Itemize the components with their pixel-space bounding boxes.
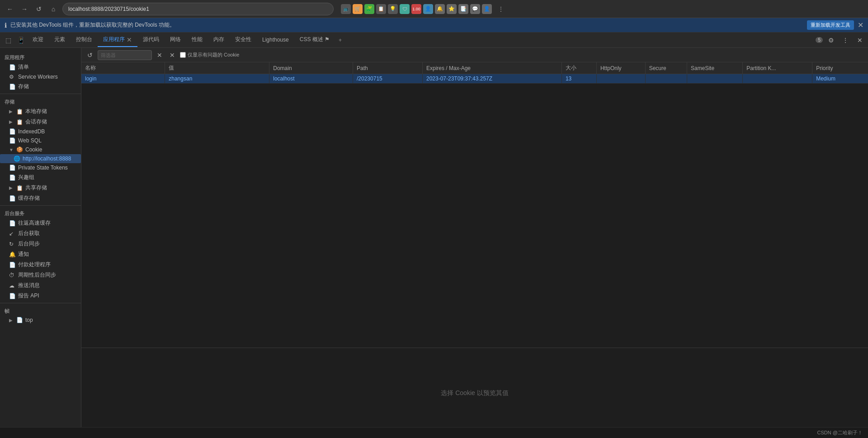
col-header-partition[interactable]: Partition K... (743, 62, 812, 74)
customize-button[interactable]: ⚙ (825, 34, 837, 47)
ext-icon-9[interactable]: 🔔 (435, 4, 445, 14)
service-workers-icon: ⚙ (9, 74, 15, 80)
table-row[interactable]: loginzhangsanlocalhost/202307152023-07-2… (81, 74, 868, 84)
sidebar-item-push-messaging[interactable]: ☁ 推送消息 (0, 280, 81, 291)
sidebar-item-private-tokens[interactable]: 📄 Private State Tokens (0, 163, 81, 172)
sidebar-item-shared-storage[interactable]: ▶ 📋 共享存储 (0, 183, 81, 193)
col-header-secure[interactable]: Secure (645, 62, 687, 74)
tab-application-close[interactable]: ✕ (127, 37, 132, 43)
delete-cookie-button[interactable]: ✕ (167, 50, 177, 60)
sidebar-item-websql[interactable]: 📄 Web SQL (0, 136, 81, 145)
settings-button[interactable]: ⋮ (839, 34, 852, 47)
sidebar-item-interest-groups[interactable]: 📄 兴趣组 (0, 172, 81, 183)
ext-icon-6[interactable]: 🛡 (400, 4, 410, 14)
tab-elements[interactable]: 元素 (49, 33, 71, 47)
ext-icon-12[interactable]: 💬 (470, 4, 480, 14)
refresh-button[interactable]: ↺ (33, 4, 44, 14)
clear-filter-button[interactable]: ✕ (155, 50, 165, 60)
ext-icon-5[interactable]: 💡 (388, 4, 398, 14)
ext-icon-13[interactable]: 👤 (482, 4, 492, 14)
sidebar-item-back-forward-cache[interactable]: 📄 往返高速缓存 (0, 218, 81, 228)
cell-path: /20230715 (353, 74, 423, 84)
col-header-value[interactable]: 值 (165, 62, 269, 74)
bottom-bar: CSDN @二哈刷子！ (0, 427, 868, 438)
tab-application[interactable]: 应用程序 ✕ (98, 33, 137, 47)
home-button[interactable]: ⌂ (48, 4, 59, 14)
cookie-toolbar: ↺ ✕ ✕ 仅显示有问题的 Cookie (81, 48, 868, 62)
tab-network[interactable]: 网络 (165, 33, 186, 47)
only-issues-label[interactable]: 仅显示有问题的 Cookie (180, 52, 239, 58)
sidebar-item-cache-storage[interactable]: 📄 缓存存储 (0, 193, 81, 203)
sidebar-item-service-workers[interactable]: ⚙ Service Workers (0, 72, 81, 81)
back-forward-cache-icon: 📄 (9, 220, 15, 226)
ext-icon-10[interactable]: ⭐ (447, 4, 457, 14)
ext-icon-2[interactable]: 🛒 (353, 4, 363, 14)
sidebar-item-cookie[interactable]: ▼ 🍪 Cookie (0, 145, 81, 154)
cookie-table: 名称 值 Domain Path Expires / Max-Age 大小 Ht… (81, 62, 868, 84)
cookie-icon: 🍪 (16, 146, 23, 153)
ext-icon-8[interactable]: 👤 (423, 4, 433, 14)
tab-memory[interactable]: 内存 (208, 33, 230, 47)
sidebar-item-payment-handler[interactable]: 📄 付款处理程序 (0, 259, 81, 270)
col-header-priority[interactable]: Priority (812, 62, 868, 74)
browser-menu-button[interactable]: ⋮ (495, 4, 506, 14)
col-header-httponly[interactable]: HttpOnly (596, 62, 645, 74)
sidebar-item-storage-main[interactable]: 📄 存储 (0, 81, 81, 92)
ext-icon-1[interactable]: 📺 (341, 4, 351, 14)
refresh-cookies-button[interactable]: ↺ (85, 50, 95, 60)
tab-performance[interactable]: 性能 (186, 33, 208, 47)
sidebar-item-reporting-api[interactable]: 📄 报告 API (0, 291, 81, 301)
devtools-tabs-bar: ⬚ 📱 欢迎 元素 控制台 应用程序 ✕ 源代码 网络 性能 内存 安全性 Li… (0, 33, 868, 48)
cell-httponly (596, 74, 645, 84)
back-button[interactable]: ← (5, 4, 15, 14)
ext-icon-11[interactable]: 📑 (458, 4, 468, 14)
inspect-element-button[interactable]: ⬚ (2, 34, 14, 47)
bottom-panel: 选择 Cookie 以预览其值 (81, 348, 868, 438)
storage-main-icon: 📄 (9, 84, 15, 90)
sidebar-item-bg-fetch[interactable]: ↙ 后台获取 (0, 228, 81, 239)
col-header-domain[interactable]: Domain (269, 62, 353, 74)
cell-domain: localhost (269, 74, 353, 84)
device-toolbar-button[interactable]: 📱 (14, 34, 27, 47)
expand-cookie: ▼ (9, 147, 14, 152)
add-tab-button[interactable]: + (335, 34, 345, 46)
col-header-path[interactable]: Path (353, 62, 423, 74)
col-header-name[interactable]: 名称 (81, 62, 165, 74)
info-bar-close-button[interactable]: ✕ (858, 21, 863, 29)
tab-lighthouse[interactable]: Lighthouse (257, 34, 294, 47)
close-devtools-button[interactable]: ✕ (854, 34, 866, 47)
ext-icon-3[interactable]: 🧩 (364, 4, 374, 14)
cell-partition_key (743, 74, 812, 84)
sidebar-item-cookie-localhost[interactable]: 🌐 http://localhost:8888 (0, 154, 81, 163)
col-header-samesite[interactable]: SameSite (687, 62, 743, 74)
sidebar-item-session-storage[interactable]: ▶ 📋 会话存储 (0, 117, 81, 127)
bg-sync-icon: ↻ (9, 241, 15, 247)
issues-badge[interactable]: 5 (816, 37, 823, 43)
sidebar-item-top-frame[interactable]: ▶ 📄 top (0, 316, 81, 325)
main-content: 应用程序 📄 清单 ⚙ Service Workers 📄 存储 存储 ▶ 📋 … (0, 48, 868, 438)
tab-sources[interactable]: 源代码 (137, 33, 165, 47)
address-bar[interactable]: localhost:8888/20230715/cookie1 (62, 3, 334, 15)
sidebar-item-periodic-sync[interactable]: ⏱ 周期性后台同步 (0, 270, 81, 280)
reload-devtools-button[interactable]: 重新加载开发工具 (807, 20, 854, 30)
sidebar-item-indexeddb[interactable]: 📄 IndexedDB (0, 127, 81, 136)
tab-css-overview[interactable]: CSS 概述 ⚑ (294, 33, 335, 47)
only-issues-checkbox[interactable] (180, 52, 186, 58)
cookie-filter-input[interactable] (98, 50, 152, 60)
tab-welcome[interactable]: 欢迎 (27, 33, 49, 47)
sidebar-item-local-storage[interactable]: ▶ 📋 本地存储 (0, 106, 81, 117)
tab-security[interactable]: 安全性 (230, 33, 257, 47)
ext-icon-4[interactable]: 📋 (376, 4, 386, 14)
ext-icon-7[interactable]: 1.00 (411, 4, 421, 14)
bottom-panel-message: 选择 Cookie 以预览其值 (441, 389, 508, 397)
tab-console[interactable]: 控制台 (71, 33, 98, 47)
shared-storage-icon: 📋 (16, 185, 23, 191)
sidebar-item-bg-sync[interactable]: ↻ 后台同步 (0, 239, 81, 249)
sidebar-item-notifications[interactable]: 🔔 通知 (0, 249, 81, 259)
col-header-size[interactable]: 大小 (561, 62, 596, 74)
forward-button[interactable]: → (19, 4, 30, 14)
sidebar-item-manifest[interactable]: 📄 清单 (0, 62, 81, 72)
col-header-expires[interactable]: Expires / Max-Age (422, 62, 561, 74)
divider-3 (0, 303, 81, 303)
expand-session-storage: ▶ (9, 119, 14, 124)
